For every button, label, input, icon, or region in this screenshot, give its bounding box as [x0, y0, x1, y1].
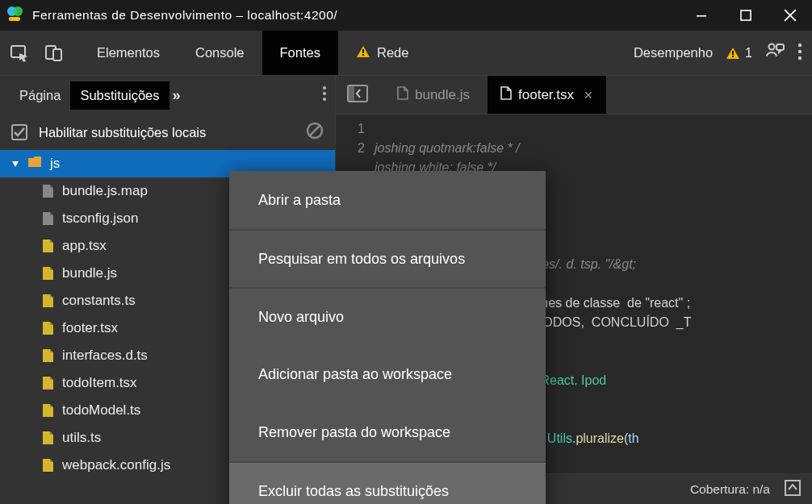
maximize-button[interactable]	[723, 0, 768, 31]
svg-rect-25	[348, 85, 354, 102]
tab-console[interactable]: Console	[178, 31, 262, 75]
minimize-button[interactable]	[679, 0, 723, 31]
file-icon	[42, 184, 54, 198]
tree-file-label: bundle.js.map	[62, 183, 148, 199]
tab-elementos-label: Elementos	[97, 45, 160, 60]
app-icon	[6, 5, 24, 26]
nav-more-icon[interactable]	[322, 85, 327, 105]
tree-file-label: webpack.config.js	[62, 457, 170, 473]
ctx-label: Remover pasta do workspace	[258, 424, 450, 441]
close-icon[interactable]: ✕	[584, 89, 593, 102]
devtools-tabbar: Elementos Console Fontes Rede Desempenho…	[0, 31, 812, 76]
file-icon	[42, 348, 54, 363]
svg-rect-11	[362, 54, 364, 56]
svg-point-1	[13, 6, 23, 16]
svg-rect-2	[9, 17, 20, 21]
window-title: Ferramentas de Desenvolvimento – localho…	[32, 8, 679, 23]
svg-line-23	[309, 125, 320, 136]
svg-point-14	[769, 44, 775, 49]
expand-icon[interactable]	[785, 480, 801, 499]
svg-rect-9	[53, 49, 61, 60]
svg-rect-12	[732, 51, 734, 55]
svg-point-18	[798, 56, 802, 59]
ctx-label: Novo arquivo	[258, 309, 344, 326]
file-icon	[42, 239, 54, 253]
more-icon[interactable]	[797, 43, 802, 64]
enable-overrides-row: Habilitar substituições locais	[0, 115, 335, 150]
svg-rect-3	[697, 15, 706, 17]
ctx-remove-workspace[interactable]: Remover pasta do workspace	[229, 403, 546, 461]
file-icon	[42, 431, 54, 445]
tree-file-label: todoModel.ts	[62, 402, 140, 419]
svg-rect-13	[732, 56, 734, 57]
tree-file-label: interfaces.d.ts	[62, 348, 148, 364]
clear-icon[interactable]	[306, 122, 324, 143]
svg-point-17	[798, 49, 802, 52]
nav-tab-substituicoes-label: Substituições	[80, 88, 159, 102]
ctx-new-file[interactable]: Novo arquivo	[229, 287, 546, 345]
file-icon	[42, 458, 54, 473]
nav-toggle-icon[interactable]	[347, 85, 368, 106]
folder-icon	[27, 156, 42, 172]
svg-point-20	[323, 92, 326, 95]
svg-rect-26	[785, 481, 800, 495]
editor-tab[interactable]: bundle.js	[384, 76, 483, 114]
tab-console-label: Console	[195, 45, 245, 60]
file-icon	[42, 321, 54, 335]
ctx-label: Pesquisar em todos os arquivos	[258, 251, 465, 268]
ctx-search-files[interactable]: Pesquisar em todos os arquivos	[229, 229, 546, 287]
svg-point-16	[798, 43, 802, 46]
tab-desempenho[interactable]: Desempenho	[634, 45, 713, 60]
chevron-down-icon	[11, 156, 19, 172]
issue-badge[interactable]: 1	[726, 46, 752, 60]
context-menu: Abrir a pasta Pesquisar em todos os arqu…	[229, 171, 546, 504]
editor-tab[interactable]: footer.tsx✕	[488, 76, 606, 114]
file-icon	[42, 376, 54, 390]
tree-file-label: todoItem.tsx	[62, 375, 137, 391]
tree-file-label: constants.ts	[62, 293, 136, 309]
ctx-label: Excluir todas as substituições	[258, 483, 449, 500]
svg-rect-4	[741, 10, 751, 20]
nav-tab-pagina[interactable]: Página	[10, 81, 70, 110]
nav-tab-pagina-label: Página	[19, 88, 61, 102]
issue-badge-count: 1	[745, 46, 752, 60]
file-icon	[42, 211, 54, 226]
nav-tab-substituicoes[interactable]: Substituições	[70, 81, 169, 110]
navigator-tabbar: Página Substituições »	[0, 76, 335, 115]
file-icon	[397, 86, 408, 104]
file-icon	[42, 403, 54, 418]
editor-tab-label: footer.tsx	[518, 87, 574, 103]
feedback-icon[interactable]	[765, 42, 785, 65]
device-icon[interactable]	[40, 40, 68, 67]
tab-desempenho-label: Desempenho	[634, 45, 713, 60]
tree-file-label: utils.ts	[62, 430, 101, 446]
ctx-open-folder[interactable]: Abrir a pasta	[229, 171, 546, 229]
ctx-add-workspace[interactable]: Adicionar pasta ao workspace	[229, 345, 546, 403]
enable-overrides-checkbox[interactable]	[11, 124, 27, 140]
file-icon	[42, 294, 54, 308]
nav-overflow-icon[interactable]: »	[173, 87, 181, 104]
editor-tabbar: bundle.jsfooter.tsx✕	[336, 76, 812, 115]
tab-fontes[interactable]: Fontes	[262, 31, 338, 75]
inspect-icon[interactable]	[6, 40, 34, 67]
tree-file-label: app.tsx	[62, 238, 107, 254]
file-icon	[42, 266, 54, 281]
tree-folder-label: js	[50, 156, 60, 172]
ctx-delete-all-overrides[interactable]: Excluir todas as substituições	[229, 461, 546, 504]
file-icon	[500, 86, 512, 104]
tab-fontes-label: Fontes	[280, 45, 320, 60]
tab-elementos[interactable]: Elementos	[79, 31, 178, 75]
tree-file-label: tsconfig.json	[62, 210, 139, 227]
ctx-label: Abrir a pasta	[258, 192, 341, 209]
close-button[interactable]	[768, 0, 812, 31]
tree-file-label: footer.tsx	[62, 320, 118, 336]
tree-file-label: bundle.js	[62, 265, 117, 281]
coverage-label: Cobertura: n/a	[690, 482, 770, 497]
code-line: joshing quotmark:false * /	[375, 141, 520, 155]
enable-overrides-label: Habilitar substituições locais	[39, 125, 295, 140]
tab-rede-label: Rede	[377, 45, 408, 60]
tab-rede[interactable]: Rede	[338, 31, 426, 75]
titlebar: Ferramentas de Desenvolvimento – localho…	[0, 0, 812, 31]
editor-tab-label: bundle.js	[415, 87, 470, 103]
svg-point-19	[323, 86, 326, 90]
